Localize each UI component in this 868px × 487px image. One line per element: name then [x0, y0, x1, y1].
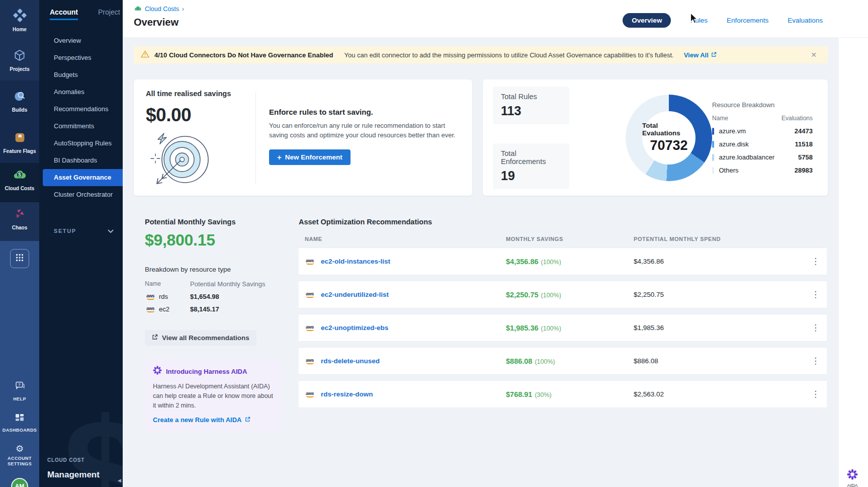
- table-row: aws ec2-underutilized-list $2,250.75(100…: [299, 281, 827, 308]
- sidebar-item-recommendations[interactable]: Recommendations: [39, 101, 123, 118]
- breadcrumb-cloud-costs-link[interactable]: Cloud Costs: [145, 6, 179, 13]
- module-picker-button[interactable]: [10, 249, 29, 268]
- rail-item-feature-flags[interactable]: Feature Flags: [0, 122, 39, 163]
- rail-item-builds[interactable]: Builds: [0, 80, 39, 122]
- rail-item-chaos[interactable]: Chaos: [0, 202, 39, 235]
- chaos-icon: [13, 207, 26, 222]
- tab-rules[interactable]: Rules: [690, 17, 708, 24]
- mini-savings-header: Potential Monthly Savings: [190, 280, 266, 288]
- total-enforcements-tile: Total Enforcements 19: [493, 143, 569, 189]
- summary-cards-row: All time realised savings $0.00: [134, 79, 828, 196]
- potential-spend-value: $886.08: [624, 357, 805, 365]
- sidebar-item-anomalies[interactable]: Anomalies: [39, 84, 123, 101]
- home-icon: [13, 9, 27, 24]
- monthly-savings-column-header: MONTHLY SAVINGS: [498, 236, 624, 242]
- legend-evaluations-header: Evaluations: [782, 115, 813, 122]
- legend-swatch: [712, 154, 714, 161]
- kebab-menu-icon[interactable]: ⋮: [805, 356, 827, 366]
- tab-overview[interactable]: Overview: [623, 13, 671, 28]
- kebab-menu-icon[interactable]: ⋮: [805, 256, 827, 267]
- dashboards-label: DASHBOARDS: [3, 428, 37, 433]
- sidebar-item-perspectives[interactable]: Perspectives: [39, 49, 123, 66]
- user-avatar[interactable]: AM: [11, 478, 28, 487]
- legend-value: 28983: [795, 167, 813, 174]
- monthly-savings-value: $886.08: [506, 357, 532, 365]
- legend-name: Others: [719, 167, 739, 174]
- rail-section-active: $ Cloud Costs: [0, 163, 39, 202]
- warning-icon: [141, 50, 149, 60]
- scope-tabs: Account Project: [39, 0, 123, 20]
- kebab-menu-icon[interactable]: ⋮: [805, 289, 827, 300]
- sidebar-item-commitments[interactable]: Commitments: [39, 118, 123, 135]
- potential-spend-value: $1,985.36: [624, 324, 805, 332]
- governance-warning-banner: 4/10 Cloud Connectors Do Not Have Govern…: [134, 46, 828, 63]
- legend-row: azure.vm 24473: [712, 127, 813, 135]
- recommendation-link[interactable]: rds-delete-unused: [321, 357, 498, 365]
- close-icon[interactable]: ✕: [811, 51, 817, 59]
- resource-type-table: Name Potential Monthly Savings aws rds $…: [145, 280, 282, 313]
- setup-section-toggle[interactable]: SETUP: [39, 226, 123, 235]
- rail-item-cloud-costs[interactable]: $ Cloud Costs: [0, 163, 39, 196]
- rail-section-chaos: Chaos: [0, 202, 39, 241]
- resource-name: ec2: [159, 305, 169, 313]
- mini-name-header: Name: [145, 280, 190, 288]
- stat-tiles: Total Rules 113 Total Enforcements 19: [493, 87, 569, 189]
- dashboards-icon: [15, 413, 25, 425]
- module-sidebar: Account Project Overview Perspectives Bu…: [39, 0, 123, 487]
- dashboards-button[interactable]: DASHBOARDS: [3, 413, 37, 433]
- tab-evaluations[interactable]: Evaluations: [788, 17, 823, 24]
- external-link-icon: [245, 416, 250, 424]
- sidebar-item-cluster-orchestrator[interactable]: Cluster Orchestrator: [39, 186, 123, 203]
- rail-item-projects[interactable]: Projects: [0, 40, 39, 80]
- asset-optimization-section: Asset Optimization Recommendations NAME …: [299, 218, 827, 431]
- recommendation-link[interactable]: ec2-old-instances-list: [321, 258, 498, 265]
- rail-item-home[interactable]: Home: [0, 0, 39, 40]
- projects-cube-icon: [13, 49, 26, 64]
- legend-title: Resource Breakdown: [712, 101, 813, 109]
- sidebar-collapse-icon[interactable]: ◀: [118, 478, 121, 483]
- lower-section: Potential Monthly Savings $9,800.15 Brea…: [134, 218, 828, 431]
- help-button[interactable]: ? HELP: [13, 381, 26, 402]
- breadcrumb-separator: ›: [182, 6, 184, 13]
- potential-spend-value: $2,250.75: [624, 291, 805, 298]
- view-all-recommendations-button[interactable]: View all Recommendations: [145, 330, 256, 346]
- potential-spend-column-header: POTENTIAL MONTHLY SPEND: [624, 236, 805, 242]
- rail-section-top: Home Projects: [0, 0, 39, 80]
- kebab-menu-icon[interactable]: ⋮: [805, 389, 827, 399]
- banner-view-all-link[interactable]: View All: [684, 51, 717, 59]
- tab-account[interactable]: Account: [50, 8, 78, 20]
- sidebar-item-autostopping-rules[interactable]: AutoStopping Rules: [39, 135, 123, 152]
- tab-enforcements[interactable]: Enforcements: [727, 17, 768, 24]
- aida-floating-widget[interactable]: AIDA: [847, 469, 858, 487]
- aws-icon: aws: [304, 358, 315, 364]
- legend-row: azure.disk 11518: [712, 140, 813, 148]
- account-settings-button[interactable]: ⚙ ACCOUNT SETTINGS: [4, 444, 35, 467]
- realised-savings-card: All time realised savings $0.00: [134, 79, 472, 196]
- recommendation-link[interactable]: rds-resize-down: [321, 390, 498, 398]
- sidebar-item-overview[interactable]: Overview: [39, 32, 123, 49]
- sidebar-item-asset-governance[interactable]: Asset Governance: [43, 169, 123, 186]
- savings-percent: (30%): [535, 391, 551, 398]
- new-enforcement-button[interactable]: + New Enforcement: [269, 149, 351, 165]
- savings-summary: All time realised savings $0.00: [146, 90, 255, 186]
- legend-name: azure.loadbalancer: [719, 153, 775, 161]
- app-canvas: Home Projects: [0, 0, 868, 487]
- tab-project[interactable]: Project: [98, 8, 120, 20]
- svg-text:$: $: [18, 172, 21, 178]
- aws-icon: aws: [145, 294, 156, 300]
- svg-text:?: ?: [18, 382, 21, 387]
- create-rule-with-aida-link[interactable]: Create a new Rule with AIDA: [153, 416, 250, 424]
- legend-value: 24473: [795, 127, 813, 135]
- mini-row-ec2: aws ec2 $8,145.17: [145, 305, 282, 313]
- recommendation-link[interactable]: ec2-underutilized-list: [321, 291, 498, 298]
- legend-swatch: [712, 167, 714, 174]
- kebab-menu-icon[interactable]: ⋮: [805, 322, 827, 333]
- recommendations-header-row: NAME MONTHLY SAVINGS POTENTIAL MONTHLY S…: [299, 236, 827, 242]
- recommendation-link[interactable]: ec2-unoptimized-ebs: [321, 324, 498, 332]
- view-all-label: View All: [684, 51, 709, 59]
- rail-item-label: Projects: [10, 66, 29, 72]
- sidebar-item-bi-dashboards[interactable]: BI Dashboards: [39, 152, 123, 169]
- setup-label: SETUP: [54, 228, 76, 234]
- sidebar-item-budgets[interactable]: Budgets: [39, 66, 123, 84]
- legend-name: azure.vm: [719, 127, 746, 135]
